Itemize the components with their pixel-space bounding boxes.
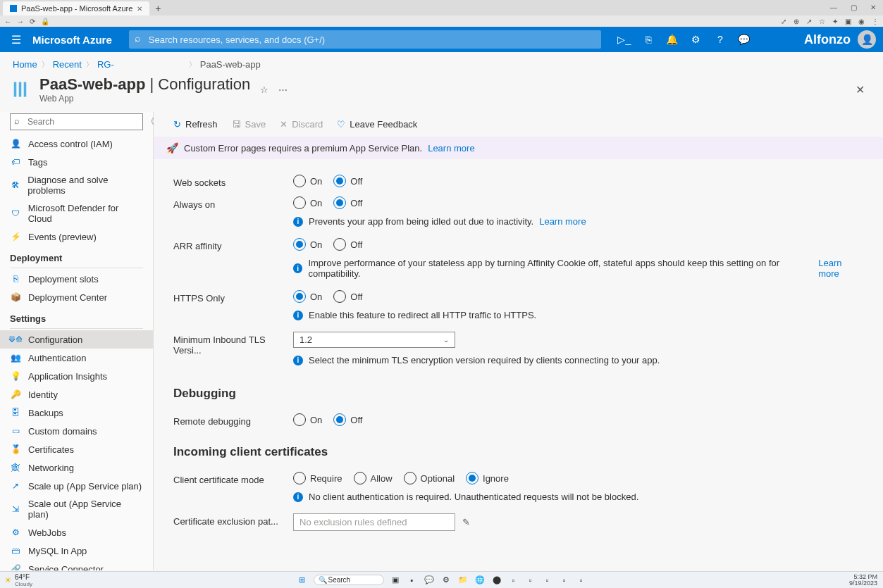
feedback-icon[interactable]: 💬 bbox=[732, 27, 756, 52]
breadcrumb-link[interactable]: Home bbox=[13, 59, 37, 70]
resource-type: Web App bbox=[39, 94, 250, 104]
help-icon[interactable]: ? bbox=[708, 27, 732, 52]
favorite-star-icon[interactable]: ☆ bbox=[260, 85, 268, 95]
taskbar-app-icon[interactable]: ▣ bbox=[390, 575, 401, 586]
breadcrumb-link[interactable]: RG- bbox=[97, 59, 114, 70]
notifications-icon[interactable]: 🔔 bbox=[660, 27, 684, 52]
new-tab-button[interactable]: + bbox=[149, 3, 166, 14]
breadcrumb: Home〉 Recent〉 RG- 〉 PaaS-web-app bbox=[0, 52, 883, 73]
taskbar-search[interactable]: 🔍Search bbox=[314, 575, 384, 585]
directory-icon[interactable]: ⎘ bbox=[636, 27, 660, 52]
https-only-off[interactable]: Off bbox=[333, 290, 362, 303]
cloud-shell-icon[interactable]: ▷_ bbox=[612, 27, 636, 52]
remote-debug-on[interactable]: On bbox=[293, 413, 322, 426]
web-sockets-label: Web sockets bbox=[173, 175, 293, 188]
taskbar-app-icon[interactable]: ▪ bbox=[407, 575, 418, 586]
settings-gear-icon[interactable]: ⚙ bbox=[684, 27, 708, 52]
edit-pencil-icon[interactable]: ✎ bbox=[462, 517, 470, 527]
start-button[interactable]: ⊞ bbox=[297, 575, 308, 586]
chrome-icon[interactable]: ↗ bbox=[806, 18, 812, 25]
chrome-icon[interactable]: ☆ bbox=[819, 18, 825, 25]
sidebar-item[interactable]: 🕸Networking bbox=[0, 458, 153, 477]
cert-mode-ignore[interactable]: Ignore bbox=[466, 472, 509, 484]
menu-icon[interactable]: ⋮ bbox=[872, 18, 879, 25]
taskbar-app-icon[interactable]: 📁 bbox=[457, 575, 469, 586]
global-search-input[interactable] bbox=[129, 30, 601, 49]
taskbar-app-icon[interactable]: 💬 bbox=[424, 575, 435, 586]
sidebar-item[interactable]: ⎘Deployment slots bbox=[0, 270, 153, 288]
taskbar-app-icon[interactable]: ⬤ bbox=[491, 575, 502, 586]
arr-affinity-off[interactable]: Off bbox=[333, 238, 362, 251]
sidebar-item[interactable]: ⇲Scale out (App Service plan) bbox=[0, 495, 153, 523]
discard-button: ✕Discard bbox=[280, 119, 323, 130]
sidebar-item[interactable]: 🗄Backups bbox=[0, 404, 153, 422]
sidebar-item[interactable]: ⟱⟰Configuration bbox=[0, 330, 153, 349]
sidebar-item[interactable]: 🛠Diagnose and solve problems bbox=[0, 171, 153, 199]
nav-reload-icon[interactable]: ⟳ bbox=[30, 18, 35, 25]
always-on-on[interactable]: On bbox=[293, 196, 322, 209]
product-name[interactable]: Microsoft Azure bbox=[32, 34, 129, 46]
sidebar-item[interactable]: 💡Application Insights bbox=[0, 367, 153, 385]
profile-icon[interactable]: ◉ bbox=[858, 18, 865, 25]
sidebar-item[interactable]: ⚡Events (preview) bbox=[0, 227, 153, 246]
weather-widget[interactable]: ☀ 64°F Cloudy bbox=[4, 573, 32, 587]
chrome-icon[interactable]: ⤢ bbox=[781, 18, 786, 25]
refresh-button[interactable]: ↻Refresh bbox=[173, 119, 218, 130]
cert-exclusion-input[interactable]: No exclusion rules defined bbox=[293, 513, 455, 531]
taskbar-app-icon[interactable]: ⚙ bbox=[440, 575, 452, 586]
window-close[interactable]: ✕ bbox=[863, 0, 883, 14]
nav-forward-icon[interactable]: → bbox=[17, 18, 24, 25]
browser-tab[interactable]: PaaS-web-app - Microsoft Azure ✕ bbox=[3, 1, 149, 15]
min-tls-dropdown[interactable]: 1.2⌄ bbox=[293, 332, 455, 348]
sidebar-item[interactable]: 🏅Certificates bbox=[0, 440, 153, 458]
sidebar-item[interactable]: 🛡Microsoft Defender for Cloud bbox=[0, 199, 153, 227]
arr-affinity-on[interactable]: On bbox=[293, 238, 322, 251]
sidebar-item[interactable]: 🔑Identity bbox=[0, 385, 153, 404]
tab-close-icon[interactable]: ✕ bbox=[137, 5, 142, 13]
sidebar-item[interactable]: ▭Custom domains bbox=[0, 422, 153, 440]
remote-debug-off[interactable]: Off bbox=[333, 413, 362, 426]
taskbar-app-icon[interactable]: ▫ bbox=[508, 575, 519, 586]
web-sockets-on[interactable]: On bbox=[293, 175, 322, 187]
sidebar-item[interactable]: ↗Scale up (App Service plan) bbox=[0, 477, 153, 495]
hamburger-icon[interactable]: ☰ bbox=[0, 33, 32, 46]
window-maximize[interactable]: ▢ bbox=[844, 0, 863, 14]
web-sockets-off[interactable]: Off bbox=[333, 175, 362, 187]
nav-back-icon[interactable]: ← bbox=[4, 18, 11, 25]
always-on-off[interactable]: Off bbox=[333, 196, 362, 209]
sidebar-search-input[interactable] bbox=[10, 113, 143, 130]
extensions-icon[interactable]: ✦ bbox=[832, 18, 838, 25]
user-avatar[interactable]: 👤 bbox=[858, 30, 876, 49]
chrome-icon[interactable]: ⊕ bbox=[794, 18, 799, 25]
lock-icon[interactable]: 🔒 bbox=[41, 18, 49, 25]
taskbar-app-icon[interactable]: ▫ bbox=[576, 575, 587, 586]
taskbar-app-icon[interactable]: ▫ bbox=[559, 575, 570, 586]
weather-icon: ☀ bbox=[4, 575, 12, 585]
taskbar-app-icon[interactable]: ▫ bbox=[525, 575, 536, 586]
title-bar: PaaS-web-app | Configuration Web App ☆ ⋯… bbox=[0, 73, 883, 112]
sidebar-item[interactable]: 📦Deployment Center bbox=[0, 288, 153, 306]
system-tray[interactable]: 5:32 PM 9/19/2023 bbox=[849, 574, 883, 587]
window-minimize[interactable]: — bbox=[824, 0, 844, 14]
feedback-button[interactable]: ♡Leave Feedback bbox=[337, 119, 417, 130]
close-blade-icon[interactable]: ✕ bbox=[856, 83, 870, 96]
always-on-learn-more[interactable]: Learn more bbox=[539, 216, 586, 227]
user-name[interactable]: Alfonzo bbox=[804, 32, 851, 47]
https-only-on[interactable]: On bbox=[293, 290, 322, 303]
more-actions-icon[interactable]: ⋯ bbox=[278, 85, 288, 95]
sidebar-item[interactable]: 🔗Service Connector bbox=[0, 560, 153, 570]
banner-link[interactable]: Learn more bbox=[428, 143, 474, 154]
chrome-icon[interactable]: ▣ bbox=[845, 18, 851, 25]
taskbar-app-icon[interactable]: ▫ bbox=[542, 575, 553, 586]
cert-mode-optional[interactable]: Optional bbox=[404, 472, 455, 484]
breadcrumb-link[interactable]: Recent bbox=[53, 59, 82, 70]
sidebar-item[interactable]: 🏷Tags bbox=[0, 153, 153, 171]
sidebar-item[interactable]: 👤Access control (IAM) bbox=[0, 135, 153, 153]
arr-learn-more[interactable]: Learn more bbox=[818, 258, 863, 279]
sidebar-item[interactable]: 👥Authentication bbox=[0, 349, 153, 367]
cert-mode-require[interactable]: Require bbox=[293, 472, 342, 484]
sidebar-item[interactable]: 🗃MySQL In App bbox=[0, 542, 153, 560]
cert-mode-allow[interactable]: Allow bbox=[354, 472, 393, 484]
sidebar-item[interactable]: ⚙WebJobs bbox=[0, 523, 153, 542]
taskbar-app-icon[interactable]: 🌐 bbox=[474, 575, 486, 586]
